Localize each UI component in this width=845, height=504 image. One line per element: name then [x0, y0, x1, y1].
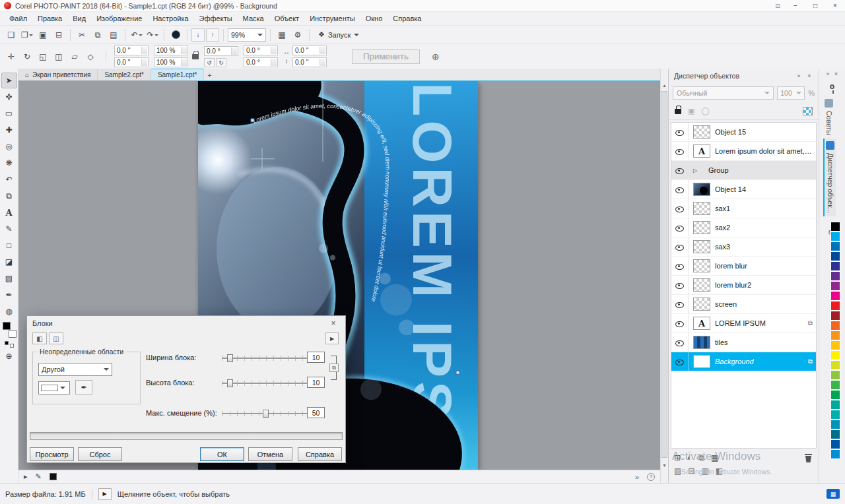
menu-window[interactable]: Окно	[360, 13, 388, 24]
open-icon[interactable]: ❐	[20, 28, 34, 42]
fill-color-dropdown[interactable]	[38, 381, 70, 394]
transform-perspective-icon[interactable]: ◇	[83, 49, 98, 64]
combine-objects-icon[interactable]: ▦	[711, 453, 718, 462]
object-row-group[interactable]: ▷ Group	[671, 161, 816, 180]
palette-color-swatch[interactable]	[830, 439, 840, 449]
size-width-spinner[interactable]: 0.0 "	[292, 46, 327, 55]
skew-v-spinner[interactable]: 0.0 °	[244, 57, 278, 67]
mask-overlay-icon[interactable]	[168, 28, 183, 42]
scale-height-spinner[interactable]: 100 %	[154, 57, 188, 67]
launch-button[interactable]: ❖ Запуск	[314, 28, 364, 42]
new-lens-icon[interactable]: ◐	[687, 453, 692, 462]
lock-transparency-icon[interactable]	[675, 109, 681, 114]
text-tool[interactable]: A	[1, 205, 17, 220]
menu-tools[interactable]: Инструменты	[304, 13, 360, 24]
visibility-eye-icon[interactable]	[671, 276, 689, 294]
object-row[interactable]: lorem blur	[671, 257, 816, 276]
transform-position-icon[interactable]: ✛	[4, 49, 18, 64]
play-icon[interactable]: ▸	[24, 472, 28, 481]
scale-width-spinner[interactable]: 100 %	[154, 46, 188, 55]
palette-color-swatch[interactable]	[830, 340, 840, 350]
add-transform-icon[interactable]: ⊕	[432, 51, 440, 62]
dialog-titlebar[interactable]: Блоки ×	[27, 316, 345, 331]
maximize-button[interactable]: □	[805, 0, 825, 12]
width-input[interactable]	[307, 352, 325, 363]
menu-object[interactable]: Объект	[269, 13, 304, 24]
lens-options-icon[interactable]: ◯	[701, 107, 709, 115]
visibility-eye-icon[interactable]	[671, 352, 689, 371]
preview-dual-icon[interactable]: ◫	[49, 332, 63, 344]
grid-icon[interactable]: ▦	[275, 28, 289, 42]
visibility-eye-icon[interactable]	[671, 257, 689, 275]
transform-scale-icon[interactable]: ◱	[36, 49, 50, 64]
cut-icon[interactable]: ✂	[75, 28, 89, 42]
eyedropper-tool[interactable]: ✒	[1, 287, 17, 303]
palette-color-swatch[interactable]	[830, 281, 840, 291]
save-icon[interactable]: ▣	[36, 28, 50, 42]
gear-icon[interactable]: ⚙	[290, 28, 305, 42]
link-toggle-icon[interactable]: ⧉	[329, 363, 339, 372]
undo-brush-tool[interactable]: ↶	[1, 172, 17, 187]
undefined-areas-select[interactable]: Другой	[38, 363, 112, 376]
object-transparency-tool[interactable]: ▨	[1, 270, 17, 286]
visibility-eye-icon[interactable]	[671, 180, 689, 199]
expand-triangle-icon[interactable]: ▷	[691, 168, 699, 173]
palette-color-swatch[interactable]	[830, 232, 840, 241]
new-tab-icon[interactable]: +	[204, 70, 215, 80]
eraser-tool[interactable]: ◪	[1, 254, 17, 270]
palette-color-swatch[interactable]	[830, 350, 840, 360]
clone-tool[interactable]: ⧉	[1, 188, 17, 204]
delete-object-icon[interactable]	[805, 454, 812, 462]
visibility-eye-icon[interactable]	[671, 199, 689, 218]
visibility-eye-icon[interactable]	[671, 237, 689, 256]
pin-icon[interactable]	[830, 84, 834, 89]
current-color-swatch[interactable]	[50, 473, 57, 480]
visibility-eye-icon[interactable]	[671, 333, 689, 352]
navigator-popup-icon[interactable]: ▶	[98, 488, 112, 500]
palette-color-swatch[interactable]	[830, 360, 840, 370]
docker-close-icon[interactable]: ×	[804, 73, 815, 79]
undo-icon[interactable]: ↶	[129, 28, 144, 42]
palette-color-swatch[interactable]	[830, 301, 840, 311]
height-input[interactable]	[307, 377, 325, 388]
input-indicator-icon[interactable]: ▦	[827, 489, 840, 499]
move-tool[interactable]: ✚	[1, 122, 17, 138]
rail-close-icon[interactable]: ×	[834, 71, 838, 77]
reset-button[interactable]: Сброс	[78, 447, 122, 461]
menu-effects[interactable]: Эффекты	[194, 13, 238, 24]
rollout-arrow-icon[interactable]: ▶	[325, 332, 339, 344]
palette-color-swatch[interactable]	[830, 410, 840, 420]
palette-color-swatch[interactable]	[830, 271, 840, 281]
new-document-icon[interactable]: ❏	[4, 28, 18, 42]
menu-adjust[interactable]: Настройка	[147, 13, 193, 24]
docker-tab-tips[interactable]: Советы	[823, 96, 834, 138]
redo-icon[interactable]: ↷	[145, 28, 160, 42]
palette-color-swatch[interactable]	[830, 311, 840, 321]
palette-color-swatch[interactable]	[830, 331, 840, 340]
image-sprayer-tool[interactable]: ❋	[1, 155, 17, 171]
palette-color-swatch[interactable]	[830, 420, 840, 429]
offset-slider[interactable]	[222, 409, 310, 418]
canvas[interactable]: LOREM IPSUM	[18, 80, 660, 470]
object-row-selected[interactable]: Background ⧉	[671, 352, 816, 371]
paste-icon[interactable]: ▤	[106, 28, 121, 42]
rectangle-tool[interactable]: □	[1, 237, 17, 253]
scroll-down-icon[interactable]: ▼	[661, 460, 668, 470]
rotation-angle-spinner[interactable]: 0.0 °	[204, 46, 238, 56]
menu-image[interactable]: Изображение	[91, 13, 147, 24]
zoom-level-combobox[interactable]: 99%	[228, 28, 266, 42]
opacity-spinner[interactable]: 100	[777, 86, 805, 100]
export-icon[interactable]: ↑	[206, 28, 219, 42]
duplicate-object-icon[interactable]: ⧉	[698, 453, 704, 462]
foreground-color-swatch[interactable]	[3, 322, 11, 330]
slider-thumb[interactable]	[227, 379, 233, 387]
scrollbar-thumb[interactable]	[661, 91, 667, 458]
alpha-icon[interactable]: ◧	[716, 466, 723, 476]
visibility-eye-icon[interactable]	[671, 218, 689, 237]
create-mask-icon[interactable]: ▧	[674, 466, 681, 476]
palette-color-swatch[interactable]	[830, 291, 840, 301]
background-color-swatch[interactable]	[9, 330, 17, 338]
object-row[interactable]: Object 14	[671, 180, 816, 199]
tab-sample1[interactable]: Sample1.cpt*	[151, 69, 204, 80]
ok-button[interactable]: ОК	[200, 447, 244, 461]
